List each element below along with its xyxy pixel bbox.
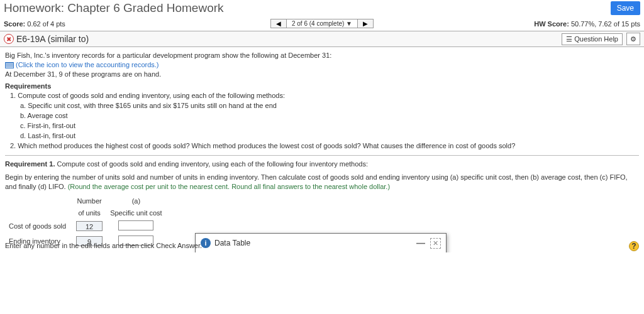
- data-table-popup: i Data Table — ✕ Dec 1 Beginning invento…: [195, 233, 447, 252]
- req1-label: Requirement 1.: [5, 160, 55, 168]
- info-icon: i: [201, 238, 211, 248]
- close-button[interactable]: ✕: [430, 238, 441, 249]
- next-button[interactable]: ▶: [357, 19, 374, 28]
- requirements-header: Requirements: [5, 82, 639, 91]
- question-help-label: Question Help: [574, 35, 618, 43]
- req-1: 1. Compute cost of goods sold and ending…: [10, 91, 639, 100]
- footer-hint: Enter any number in the edit fields and …: [5, 241, 202, 251]
- hw-score-value: 50.77%, 7.62 of 15 pts: [571, 20, 640, 28]
- req1-text: Compute cost of goods sold and ending in…: [55, 160, 368, 168]
- req-1c: c. First-in, first-out: [20, 121, 639, 131]
- gear-icon: ⚙: [630, 35, 636, 43]
- score-value: 0.62 of 4 pts: [27, 20, 65, 28]
- col-spec: Specific unit cost: [106, 207, 166, 219]
- row-cogs-label: Cost of goods sold: [5, 219, 72, 234]
- save-button[interactable]: Save: [611, 1, 640, 15]
- col-number: Number: [72, 195, 106, 207]
- round-text: (Round the average cost per unit to the …: [68, 183, 390, 190]
- question-help-button[interactable]: ☰ Question Help: [562, 33, 623, 45]
- req-1b: b. Average cost: [20, 111, 639, 121]
- minimize-button[interactable]: —: [416, 237, 425, 249]
- hw-score: HW Score: 50.77%, 7.62 of 15 pts: [428, 20, 640, 28]
- cogs-cost-input[interactable]: [118, 220, 153, 230]
- status-icon: ✖: [4, 34, 14, 44]
- onhand-text: At December 31, 9 of these programs are …: [5, 70, 639, 79]
- req-1d: d. Last-in, first-out: [20, 131, 639, 141]
- req-2: 2. Which method produces the highest cos…: [10, 141, 639, 151]
- hw-score-label: HW Score:: [534, 20, 569, 28]
- cogs-units-input[interactable]: 12: [76, 221, 103, 231]
- prev-button[interactable]: ◀: [270, 19, 287, 28]
- req-1a: a. Specific unit cost, with three $165 u…: [20, 101, 639, 111]
- page-title: Homework: Chapter 6 Graded Homework: [4, 1, 224, 15]
- settings-button[interactable]: ⚙: [626, 33, 640, 45]
- list-icon: ☰: [566, 35, 572, 43]
- intro-text: Big Fish, Inc.'s inventory records for a…: [5, 51, 639, 60]
- col-units: of units: [72, 207, 106, 219]
- nav-position[interactable]: 2 of 6 (4 complete) ▼: [287, 19, 357, 28]
- popup-title: Data Table: [214, 238, 250, 248]
- col-a: (a): [106, 195, 166, 207]
- help-bubble[interactable]: ?: [629, 241, 639, 251]
- score-label: Score:: [4, 20, 25, 28]
- table-icon[interactable]: [5, 62, 14, 68]
- divider: [5, 155, 639, 156]
- score-left: Score: 0.62 of 4 pts: [4, 20, 216, 28]
- view-records-link[interactable]: (Click the icon to view the accounting r…: [16, 61, 158, 68]
- question-id: E6-19A (similar to): [16, 34, 89, 44]
